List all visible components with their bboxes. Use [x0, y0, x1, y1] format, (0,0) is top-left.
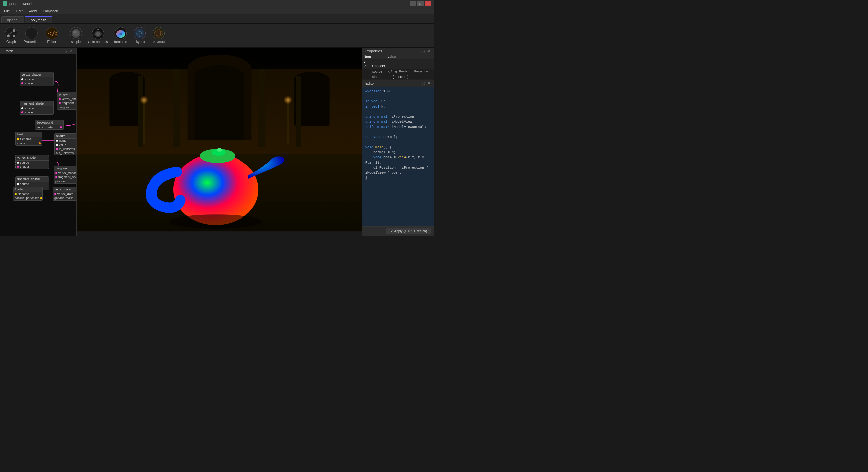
- prop-source-value[interactable]: z, 1); gl_Position = iProjection * iMode…: [386, 69, 434, 74]
- node-fragment-shader-2-title: fragment_shader: [16, 177, 49, 182]
- port-vdata-dot: [60, 126, 62, 128]
- tab-opengl[interactable]: opengl: [1, 16, 24, 23]
- code-line-10: out vec3 normal;: [365, 135, 431, 140]
- node-load-image: image: [16, 141, 42, 145]
- node-vd-in: vertex_data: [53, 192, 76, 196]
- code-line-16: }: [365, 175, 431, 181]
- svg-line-4: [8, 31, 13, 35]
- port-load-image: [39, 142, 41, 144]
- code-line-5: [365, 109, 431, 114]
- code-line-14: vec4 pos4 = vec4(P.x, P.y, P.z, 1);: [365, 155, 431, 165]
- node-load-filename: filename: [16, 137, 42, 141]
- node-program-1[interactable]: program vertex_shader fragment_shader pr…: [57, 92, 76, 110]
- minimize-button[interactable]: ─: [410, 1, 416, 6]
- svg-rect-7: [28, 35, 34, 35]
- menu-file[interactable]: File: [1, 8, 13, 14]
- menu-edit[interactable]: Edit: [14, 8, 25, 14]
- editor-code-area[interactable]: #version 130 in vec3 P; in vec3 N; unifo…: [362, 87, 434, 226]
- svg-rect-34: [138, 76, 143, 147]
- menu-playback[interactable]: Playback: [40, 8, 61, 14]
- node-texture-name: name: [55, 139, 76, 143]
- maximize-button[interactable]: □: [417, 1, 424, 6]
- scene-background: [77, 48, 362, 236]
- node-vertex-shader-2[interactable]: vertex_shader source shader: [15, 155, 49, 169]
- port-vertex-dot: [59, 98, 61, 100]
- node-fragment-shader-1[interactable]: fragment_shader source shader: [20, 101, 54, 115]
- port-prog2-f: [55, 176, 57, 178]
- node-program-2-title: program: [54, 166, 76, 171]
- graph-panel: Graph ⬚ ✕: [0, 48, 77, 236]
- code-line-13: normal = N;: [365, 150, 431, 155]
- editor-close-button[interactable]: ✕: [427, 81, 431, 86]
- toolbar-skybox-label: skybox: [135, 40, 145, 44]
- node-program-1-title: program: [57, 92, 76, 97]
- toolbar-envmap[interactable]: envmap: [150, 26, 167, 45]
- port-tex-inuni: [56, 148, 58, 150]
- node-vertex-shader-1-shader: shader: [20, 81, 53, 86]
- prop-header-value: value: [386, 54, 434, 59]
- menu-view[interactable]: View: [26, 8, 40, 14]
- node-texture[interactable]: texture name value in_uniforms out_unifo…: [54, 133, 76, 155]
- port-loader-out: [40, 197, 42, 199]
- toolbar-envmap-label: envmap: [153, 40, 165, 44]
- node-load-title: load: [16, 132, 42, 137]
- node-background-title: background: [35, 120, 63, 125]
- svg-rect-38: [287, 101, 289, 144]
- simple-icon: [70, 27, 82, 39]
- editor-controls: ⬚ ✕: [420, 81, 431, 86]
- close-button[interactable]: ✕: [425, 1, 431, 6]
- toolbar-properties[interactable]: Properties: [22, 26, 41, 45]
- node-fragment-shader-1-shader: shader: [20, 110, 53, 114]
- node-program-1-out: program: [57, 105, 76, 109]
- port-fragment-dot: [59, 102, 61, 104]
- app-icon: [3, 1, 7, 6]
- graph-float-button[interactable]: ⬚: [63, 49, 67, 53]
- apply-button[interactable]: ✓ Apply (CTRL+Return): [386, 228, 431, 234]
- code-line-7: uniform mat4 iModelView;: [365, 119, 431, 125]
- toolbar-editor[interactable]: </> Editor: [43, 26, 60, 45]
- node-vs2-source: source: [16, 161, 49, 165]
- prop-source-key: — source: [362, 69, 386, 74]
- port-shader-dot-2: [21, 111, 23, 113]
- properties-float-button[interactable]: ⬚: [420, 49, 425, 53]
- port-loader-fn: [15, 193, 17, 195]
- node-texture-value: value: [55, 143, 76, 147]
- toolbar-skybox[interactable]: skybox: [131, 26, 148, 45]
- node-vertex-shader-1-title: vertex_shader: [20, 72, 53, 77]
- properties-title: Properties: [365, 49, 382, 53]
- toolbar-auto-normals[interactable]: auto normals: [86, 26, 110, 45]
- node-vertex-data[interactable]: vertex_data vertex_data generic_mesh: [53, 187, 76, 201]
- toolbar-auto-normals-label: auto normals: [88, 40, 108, 44]
- node-background[interactable]: background vertex_data: [35, 120, 64, 130]
- port-tex-value: [56, 144, 58, 146]
- graph-icon: [6, 28, 17, 39]
- properties-panel: Properties ⬚ ✕ item value ▾ vertex_shade…: [362, 48, 434, 80]
- properties-icon: [26, 28, 37, 39]
- toolbar-graph[interactable]: Graph: [3, 26, 20, 45]
- node-texture-title: texture: [55, 134, 76, 139]
- window-controls: ─ □ ✕: [410, 1, 431, 6]
- node-vertex-shader-1[interactable]: vertex_shader source shader: [20, 72, 54, 86]
- toolbar-simple[interactable]: simple: [67, 26, 84, 45]
- port-prog2-v: [55, 172, 57, 174]
- properties-close-button[interactable]: ✕: [427, 49, 431, 53]
- apply-label: Apply (CTRL+Return): [394, 229, 427, 233]
- node-loader[interactable]: loader filename generic_polymesh: [13, 187, 43, 201]
- node-load[interactable]: load filename image: [15, 132, 42, 146]
- graph-panel-controls: ⬚ ✕: [63, 49, 74, 53]
- graph-canvas[interactable]: vertex_shader source shader fragment_sha…: [0, 54, 76, 236]
- code-line-2: [365, 94, 431, 99]
- code-line-9: [365, 130, 431, 135]
- status-icon: ⊟: [388, 75, 390, 79]
- port-source-dot: [21, 78, 23, 80]
- graph-close-button[interactable]: ✕: [69, 49, 74, 53]
- toolbar-turntable[interactable]: turntable: [112, 26, 129, 45]
- skybox-icon: [134, 27, 145, 39]
- apply-bar: ✓ Apply (CTRL+Return): [362, 226, 434, 236]
- node-loader-title: loader: [13, 187, 42, 192]
- editor-float-button[interactable]: ⬚: [420, 81, 425, 86]
- svg-point-19: [154, 29, 163, 38]
- tab-polymesh[interactable]: polymesh: [25, 16, 52, 23]
- viewport[interactable]: [77, 48, 362, 236]
- node-program-2[interactable]: program vertex_shader fragment_shader pr…: [54, 166, 76, 184]
